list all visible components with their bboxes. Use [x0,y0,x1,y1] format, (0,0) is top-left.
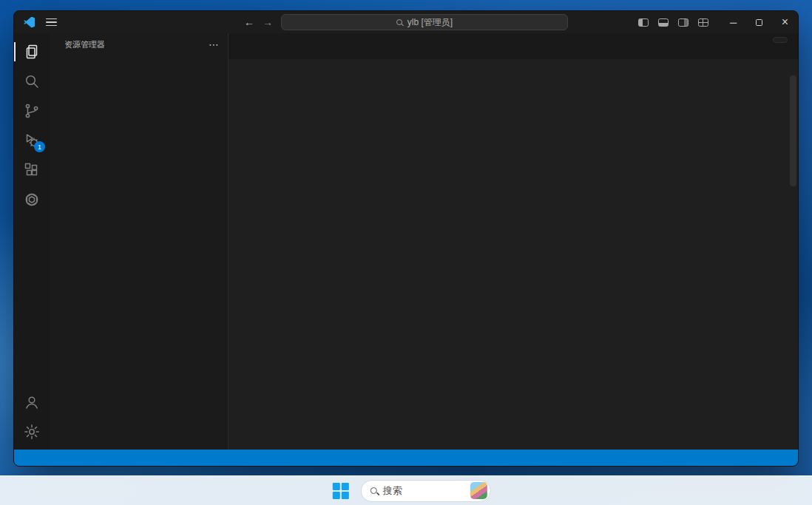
toggle-secondary-sidebar-icon[interactable] [678,18,688,27]
activity-chatgpt-extension[interactable] [14,185,50,214]
extensions-icon [23,161,41,179]
title-bar: ← → ylb [管理员] ─ × [14,11,798,33]
activity-source-control[interactable] [14,96,50,126]
search-icon [371,487,377,494]
vscode-logo-icon [24,17,35,28]
menu-icon[interactable] [46,21,57,23]
search-highlight-thumbnail[interactable] [470,482,487,499]
back-button[interactable]: ← [244,11,254,33]
forward-button[interactable]: → [263,11,273,33]
status-bar [14,450,798,466]
close-button[interactable]: × [772,11,798,33]
account-icon [23,393,41,411]
source-control-icon [23,102,41,120]
activity-search[interactable] [14,67,50,96]
file-tree [50,55,228,450]
search-icon [23,72,41,90]
search-icon [396,19,402,25]
windows-logo-icon [332,482,350,500]
activity-accounts[interactable] [14,387,50,417]
command-center-label: ylb [管理员] [407,16,453,29]
customize-layout-icon[interactable] [698,18,708,27]
vscode-window: ← → ylb [管理员] ─ × 1 资源管理器 [13,10,799,467]
code-editor[interactable] [229,75,798,450]
activity-settings[interactable] [14,417,50,447]
explorer-icon [23,43,41,61]
editor-group [229,33,798,450]
explorer-sidebar: 资源管理器 ⋯ [50,33,229,450]
start-button[interactable] [331,481,351,501]
activity-run-debug[interactable]: 1 [14,126,50,155]
badge: 1 [34,141,45,152]
editor-scrollbar[interactable] [788,75,798,450]
taskbar-search[interactable]: 搜索 [361,480,491,502]
activity-bar: 1 [14,33,50,450]
taskbar-search-label: 搜索 [383,484,402,498]
minimize-button[interactable]: ─ [720,11,746,33]
activity-extensions[interactable] [14,155,50,185]
windows-taskbar: 搜索 [0,475,812,505]
sidebar-title: 资源管理器 [64,39,105,50]
activity-explorer[interactable] [14,37,50,67]
breadcrumbs [229,59,798,75]
toggle-sidebar-icon[interactable] [638,18,649,27]
knot-icon [23,191,41,209]
tab-bar [229,33,798,59]
debug-toolbar [773,37,788,43]
command-center[interactable]: ylb [管理员] [281,14,568,30]
more-actions-icon[interactable]: ⋯ [209,38,219,50]
toggle-panel-icon[interactable] [658,18,669,27]
gear-icon [23,423,41,441]
maximize-button[interactable] [746,11,772,33]
